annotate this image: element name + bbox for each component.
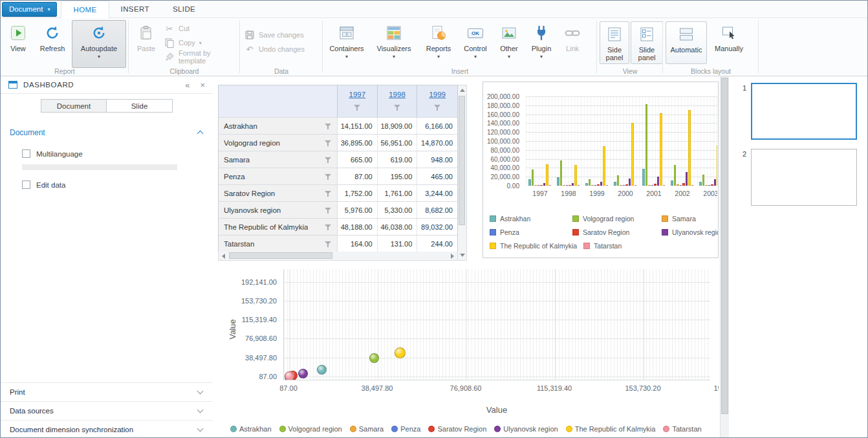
section-document-dimension-synchronization[interactable]: Document dimension synchronization — [1, 420, 213, 438]
scroll-left-arrow[interactable] — [222, 254, 225, 259]
legend-item-penza[interactable]: Penza — [490, 228, 566, 236]
legend-item-ulyanovsk-region[interactable]: Ulyanovsk region — [494, 425, 558, 433]
filter-icon[interactable] — [325, 207, 332, 214]
caret-down-icon: ▾ — [508, 54, 510, 60]
row-header[interactable]: Samara — [219, 151, 338, 168]
view-button[interactable]: View — [3, 20, 33, 68]
paste-button[interactable]: Paste — [131, 20, 161, 68]
filter-icon[interactable] — [325, 190, 332, 197]
control-button[interactable]: OK Control ▾ — [459, 20, 492, 68]
tab-slide[interactable]: SLIDE — [161, 1, 207, 18]
legend-item-saratov-region[interactable]: Saratov Region — [572, 228, 655, 236]
filter-icon[interactable] — [325, 224, 332, 230]
row-header[interactable]: Ulyanovsk region — [219, 202, 338, 218]
close-panel-icon[interactable]: × — [200, 81, 205, 89]
scroll-right-arrow[interactable] — [451, 254, 454, 259]
legend-item-tatarstan[interactable]: Tatarstan — [663, 425, 701, 433]
filter-icon[interactable] — [325, 123, 332, 129]
manually-button[interactable]: Manually — [708, 20, 750, 68]
bubble-tatarstan[interactable] — [285, 371, 294, 380]
tab-insert[interactable]: INSERT — [109, 1, 161, 18]
containers-button[interactable]: Containers ▾ — [325, 20, 368, 68]
legend-item-penza[interactable]: Penza — [391, 425, 420, 433]
slide-panel-button[interactable]: Slide panel — [631, 21, 663, 64]
side-panel-button-label: Side panel — [600, 46, 629, 61]
filter-icon[interactable] — [434, 104, 441, 111]
bar-ytick-label: 160,000.00 — [487, 111, 519, 118]
slide-thumbnail-2[interactable] — [751, 149, 857, 206]
legend-item-astrakhan[interactable]: Astrakhan — [230, 425, 272, 433]
column-header-1999[interactable]: 1999 — [417, 85, 457, 117]
slide-thumbnail-1[interactable] — [751, 83, 857, 140]
scatter-xtick-label: 87.00 — [279, 384, 298, 392]
year-link[interactable]: 1999 — [429, 91, 446, 98]
bubble-ulyanovsk-region[interactable] — [298, 369, 308, 378]
side-panel-button[interactable]: Side panel — [600, 21, 629, 64]
bar-samara — [591, 185, 594, 186]
tab-home[interactable]: HOME — [61, 1, 109, 18]
multilanguage-checkbox[interactable] — [22, 149, 30, 158]
visualizers-button[interactable]: Visualizers ▾ — [369, 20, 418, 68]
legend-item-the-republic-of-kalmykia[interactable]: The Republic of Kalmykia — [490, 242, 577, 250]
undo-changes-button[interactable]: ↶ Undo changes — [242, 42, 307, 56]
bar-tatarstan — [691, 185, 694, 186]
section-data-sources[interactable]: Data sources — [1, 401, 213, 420]
table-cell: 56,951.00 — [378, 135, 418, 151]
refresh-button[interactable]: Refresh — [34, 20, 71, 68]
save-changes-button[interactable]: Save changes — [242, 28, 307, 42]
filter-icon[interactable] — [325, 173, 332, 180]
bar-saratov-region — [711, 184, 713, 186]
legend-item-samara[interactable]: Samara — [662, 215, 696, 223]
collapse-panel-icon[interactable]: « — [185, 81, 190, 89]
filter-icon[interactable] — [325, 140, 332, 146]
column-header-1998[interactable]: 1998 — [378, 85, 418, 117]
filter-icon[interactable] — [394, 104, 401, 111]
legend-item-astrakhan[interactable]: Astrakhan — [490, 215, 566, 223]
legend-item-the-republic-of-kalmykia[interactable]: The Republic of Kalmykia — [566, 425, 656, 433]
filter-icon[interactable] — [325, 157, 332, 163]
other-button[interactable]: Other ▾ — [494, 20, 525, 68]
row-header[interactable]: Tatarstan — [219, 235, 338, 252]
year-link[interactable]: 1998 — [389, 91, 406, 98]
link-button[interactable]: Link — [558, 20, 587, 68]
section-print[interactable]: Print — [1, 382, 213, 401]
scrollbar-thumb[interactable] — [721, 78, 728, 414]
legend-item-saratov-region[interactable]: Saratov Region — [428, 425, 486, 433]
document-section-header[interactable]: Document — [10, 127, 202, 138]
scroll-down-arrow[interactable] — [460, 254, 465, 257]
table-vertical-scrollbar[interactable] — [458, 85, 467, 261]
toggle-document[interactable]: Document — [41, 99, 107, 113]
legend-item-samara[interactable]: Samara — [350, 425, 384, 433]
plugin-button[interactable]: Plugin ▾ — [526, 20, 557, 68]
legend-item-volgograd-region[interactable]: Volgograd region — [279, 425, 342, 433]
row-header[interactable]: Penza — [219, 168, 338, 184]
edit-data-checkbox[interactable] — [22, 181, 30, 189]
copy-button[interactable]: Copy ▾ — [162, 36, 239, 50]
format-by-template-button[interactable]: Format by template — [162, 50, 239, 64]
row-header[interactable]: Astrakhan — [219, 118, 338, 134]
table-cell: 5,976.00 — [338, 202, 378, 218]
main-vertical-scrollbar[interactable] — [720, 76, 729, 438]
legend-item-tatarstan[interactable]: Tatarstan — [583, 242, 666, 250]
table-horizontal-scrollbar[interactable] — [218, 252, 458, 261]
row-header[interactable]: Saratov Region — [219, 185, 338, 201]
bubble-the-republic-of-kalmykia[interactable] — [395, 347, 406, 358]
row-header[interactable]: The Republic of Kalmykia — [219, 219, 338, 235]
bubble-astrakhan[interactable] — [317, 365, 327, 375]
cut-button[interactable]: ✂ Cut — [162, 21, 239, 36]
toggle-slide[interactable]: Slide — [107, 99, 173, 113]
year-link[interactable]: 1997 — [349, 91, 366, 98]
scrollbar-thumb[interactable] — [229, 252, 332, 259]
document-menu-button[interactable]: Document ▾ — [2, 2, 57, 17]
scrollbar-thumb[interactable] — [459, 96, 465, 225]
legend-item-ulyanovsk-region[interactable]: Ulyanovsk region — [662, 228, 719, 236]
filter-icon[interactable] — [354, 104, 361, 111]
filter-icon[interactable] — [325, 241, 332, 247]
automatic-button[interactable]: Automatic — [666, 21, 707, 64]
reports-button[interactable]: Reports ▾ — [420, 20, 457, 68]
legend-item-volgograd-region[interactable]: Volgograd region — [572, 215, 655, 223]
column-header-1997[interactable]: 1997 — [338, 85, 378, 117]
autoupdate-button[interactable]: Autoupdate ▾ — [72, 20, 126, 68]
scroll-up-arrow[interactable] — [460, 89, 465, 92]
row-header[interactable]: Volgograd region — [219, 135, 338, 151]
